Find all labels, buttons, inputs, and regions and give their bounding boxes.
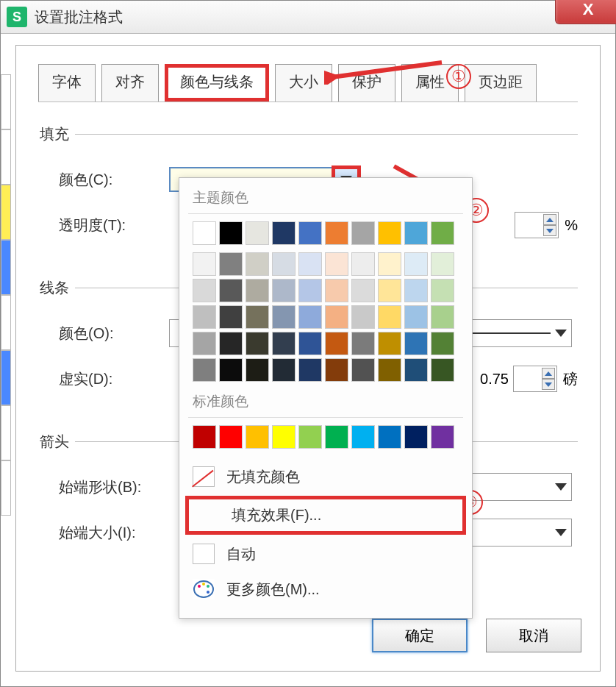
color-swatch[interactable] [193,332,216,355]
color-swatch[interactable] [431,305,454,329]
color-swatch[interactable] [272,252,296,276]
color-swatch[interactable] [404,252,428,276]
tab-align[interactable]: 对齐 [101,64,159,102]
tab-protect[interactable]: 保护 [338,64,395,102]
more-colors-item[interactable]: 更多颜色(M)... [179,572,472,607]
color-swatch[interactable] [404,425,428,449]
transparency-spinner[interactable] [515,212,559,238]
tab-color-line[interactable]: 颜色与线条 [165,64,269,102]
theme-header-swatches [193,221,459,245]
spinner-up-icon[interactable] [542,368,555,379]
color-swatch[interactable] [298,358,322,382]
ok-button[interactable]: 确定 [372,619,468,652]
color-swatch[interactable] [246,332,269,355]
color-swatch[interactable] [193,358,216,382]
svg-point-2 [202,583,205,585]
color-swatch[interactable] [378,332,401,355]
color-swatch[interactable] [325,221,348,245]
color-swatch[interactable] [325,252,348,276]
color-swatch[interactable] [272,279,296,302]
color-swatch[interactable] [272,425,296,449]
color-swatch[interactable] [431,425,454,449]
color-swatch[interactable] [431,221,454,245]
color-swatch[interactable] [404,305,428,329]
tab-bar: 字体 对齐 颜色与线条 大小 保护 属性 页边距 [38,64,600,102]
color-swatch[interactable] [298,425,322,449]
color-swatch[interactable] [378,279,401,302]
color-swatch[interactable] [298,221,322,245]
color-swatch[interactable] [351,332,375,355]
tab-size[interactable]: 大小 [275,64,332,102]
color-swatch[interactable] [325,332,348,355]
color-swatch[interactable] [246,305,269,329]
color-swatch[interactable] [351,252,375,276]
line-weight-spinner[interactable] [513,366,557,392]
tab-margins[interactable]: 页边距 [465,64,537,102]
color-swatch[interactable] [272,358,296,382]
color-swatch[interactable] [298,332,322,355]
color-swatch[interactable] [325,358,348,382]
auto-color-item[interactable]: 自动 [179,536,472,572]
color-swatch[interactable] [298,279,322,302]
color-swatch[interactable] [272,332,296,355]
color-swatch[interactable] [298,252,322,276]
color-swatch[interactable] [219,252,243,276]
color-swatch[interactable] [404,279,428,302]
color-swatch[interactable] [193,252,216,276]
color-swatch[interactable] [219,358,243,382]
color-swatch[interactable] [431,358,454,382]
color-swatch[interactable] [219,332,243,355]
color-swatch[interactable] [193,305,216,329]
color-swatch[interactable] [219,305,243,329]
color-swatch[interactable] [431,279,454,302]
color-swatch[interactable] [219,221,243,245]
svg-point-3 [207,585,209,588]
color-swatch[interactable] [431,252,454,276]
color-picker-popup: 主题颜色 标准颜色 无填充颜色 填充效果(F)... 自动 更多颜色(M)... [179,177,473,619]
close-button[interactable]: X [555,0,616,24]
spinner-up-icon[interactable] [543,214,556,225]
color-swatch[interactable] [246,221,269,245]
theme-shade-swatches [193,252,459,382]
spinner-down-icon[interactable] [543,225,556,236]
color-swatch[interactable] [431,332,454,355]
color-swatch[interactable] [193,221,216,245]
arrow-begin-size-label: 始端大小(I): [59,523,184,543]
color-swatch[interactable] [219,279,243,302]
color-swatch[interactable] [404,358,428,382]
no-fill-item[interactable]: 无填充颜色 [179,459,472,494]
color-swatch[interactable] [246,279,269,302]
color-swatch[interactable] [351,425,375,449]
color-swatch[interactable] [351,305,375,329]
color-swatch[interactable] [378,252,401,276]
color-swatch[interactable] [325,305,348,329]
fill-legend: 填充 [38,124,75,144]
color-swatch[interactable] [378,358,401,382]
svg-point-1 [198,585,201,588]
color-swatch[interactable] [246,252,269,276]
fill-effects-item[interactable]: 填充效果(F)... [185,496,466,535]
color-swatch[interactable] [351,221,375,245]
color-swatch[interactable] [193,425,216,449]
color-swatch[interactable] [378,305,401,329]
color-swatch[interactable] [246,358,269,382]
color-swatch[interactable] [378,221,401,245]
color-swatch[interactable] [246,425,269,449]
color-swatch[interactable] [378,425,401,449]
tab-font[interactable]: 字体 [38,64,96,102]
color-swatch[interactable] [219,425,243,449]
color-swatch[interactable] [404,332,428,355]
spinner-down-icon[interactable] [542,379,555,390]
app-icon: S [7,7,27,27]
color-swatch[interactable] [351,279,375,302]
color-swatch[interactable] [325,425,348,449]
cancel-button[interactable]: 取消 [486,619,581,652]
color-swatch[interactable] [272,305,296,329]
color-swatch[interactable] [351,358,375,382]
color-swatch[interactable] [325,279,348,302]
color-swatch[interactable] [193,279,216,302]
color-swatch[interactable] [272,221,296,245]
color-swatch[interactable] [404,221,428,245]
arrow-begin-shape-label: 始端形状(B): [59,477,184,497]
color-swatch[interactable] [298,305,322,329]
